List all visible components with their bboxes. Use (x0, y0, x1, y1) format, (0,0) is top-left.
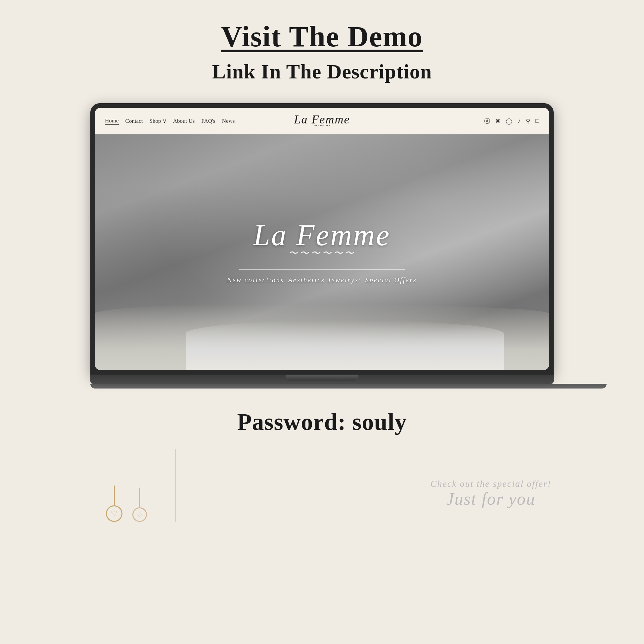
earring-hook-1 (114, 485, 115, 505)
bottom-section: Password: souly Check out the special of… (0, 408, 644, 522)
nav-link-contact[interactable]: Contact (125, 118, 143, 124)
vertical-divider (175, 449, 176, 522)
laptop-container: Home Contact Shop ∨ About Us FAQ's News … (90, 103, 554, 389)
laptop-frame: Home Contact Shop ∨ About Us FAQ's News … (90, 103, 554, 389)
nav-link-faq[interactable]: FAQ's (201, 118, 215, 124)
tagline-part-1: New collections (227, 276, 284, 284)
tagline-part-3: Special Offers (365, 276, 417, 284)
search-icon[interactable]: ⚲ (526, 117, 530, 125)
nav-link-home[interactable]: Home (105, 117, 119, 125)
earring-charm-1 (106, 505, 122, 522)
laptop-base-bottom (90, 384, 607, 389)
pinterest-icon[interactable]: ✖ (495, 117, 500, 125)
laptop-base (90, 375, 554, 384)
screen-hero: La Femme 〜〜〜〜〜〜 New collections Aestheti… (95, 134, 549, 370)
laptop-hinge (286, 375, 358, 381)
instagram-icon[interactable]: ◯ (506, 117, 512, 125)
cart-icon[interactable]: □ (535, 117, 539, 124)
nav-link-shop[interactable]: Shop ∨ (149, 117, 166, 124)
screen-navbar: Home Contact Shop ∨ About Us FAQ's News … (95, 108, 549, 134)
earring-hook-2 (139, 487, 140, 507)
tiktok-icon[interactable]: ♪ (518, 117, 521, 124)
nav-link-news[interactable]: News (222, 118, 235, 124)
main-title: Visit The Demo (221, 20, 423, 53)
laptop-lid: Home Contact Shop ∨ About Us FAQ's News … (90, 103, 554, 375)
laptop-screen: Home Contact Shop ∨ About Us FAQ's News … (95, 108, 549, 370)
bottom-decorative: Check out the special offer! Just for yo… (0, 429, 644, 522)
nav-logo: La Femme 〜〜〜 (294, 114, 350, 128)
facebook-icon[interactable]: Ⓐ (484, 117, 490, 125)
top-section: Visit The Demo Link In The Description (212, 20, 432, 83)
nav-links-left: Home Contact Shop ∨ About Us FAQ's News (105, 117, 235, 125)
tagline-part-2: Aesthetics Jewelrys· (288, 276, 361, 284)
just-for-you-line: Just for you (431, 489, 551, 509)
hero-tagline: New collections Aesthetics Jewelrys· Spe… (227, 276, 417, 284)
special-offer-text: Check out the special offer! Just for yo… (431, 479, 551, 509)
nav-link-about[interactable]: About Us (173, 118, 195, 124)
password-text: Password: souly (237, 408, 407, 436)
hero-divider (239, 269, 405, 270)
earring-1 (106, 485, 122, 522)
hero-ground-2 (186, 320, 503, 370)
jewelry-decoration (106, 485, 147, 522)
earring-2 (132, 487, 147, 522)
check-out-line: Check out the special offer! (431, 479, 551, 489)
nav-icons-right: Ⓐ ✖ ◯ ♪ ⚲ □ (484, 117, 539, 125)
earring-charm-2 (132, 507, 147, 522)
sub-title: Link In The Description (212, 60, 432, 83)
hero-logo: La Femme 〜〜〜〜〜〜 (253, 220, 391, 259)
